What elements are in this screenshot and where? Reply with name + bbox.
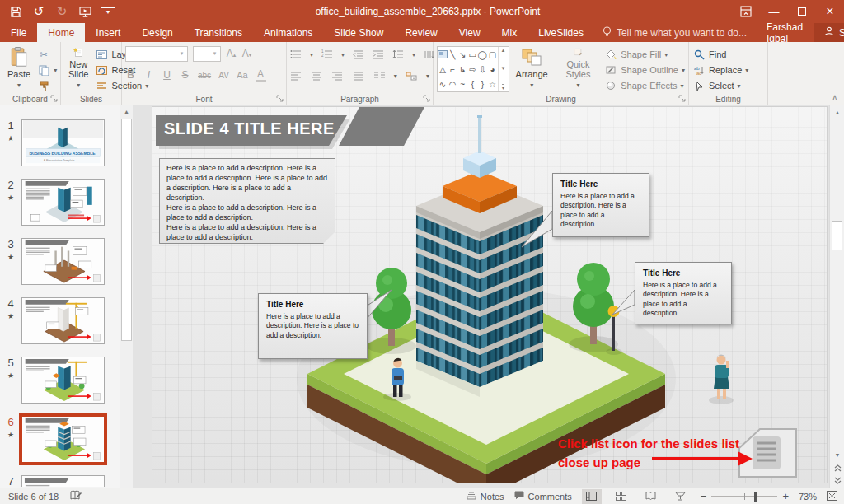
zoom-level[interactable]: 73%	[799, 492, 817, 502]
tab-animations[interactable]: Animations	[253, 23, 323, 42]
start-slideshow-icon[interactable]	[77, 4, 92, 19]
thumbnail-scrollbar[interactable]: ▲	[120, 105, 133, 488]
minimize-icon[interactable]: —	[760, 0, 788, 23]
shape-down-arrow-icon[interactable]: ⇩	[477, 62, 487, 77]
select-button[interactable]: Select▾	[692, 79, 748, 92]
thumbnail-row-6[interactable]: 6★	[0, 416, 120, 463]
slide-7-thumbnail[interactable]	[21, 475, 105, 487]
slide-1-thumbnail[interactable]: BUSINESS BUILDING ASSEMBLE A Presentatio…	[21, 119, 105, 166]
next-slide-icon[interactable]	[831, 474, 844, 487]
scroll-down-icon[interactable]: ▼	[831, 449, 844, 461]
save-icon[interactable]	[8, 4, 23, 19]
slide-5-thumbnail[interactable]	[21, 357, 105, 404]
slide-sorter-view-button[interactable]	[612, 489, 631, 504]
copy-button[interactable]: ▾	[37, 63, 57, 77]
shape-curve-icon[interactable]: ~	[457, 77, 467, 91]
vertical-scrollbar[interactable]: ▲ ▼	[829, 105, 844, 488]
shape-elbow-arrow-icon[interactable]: ↳	[457, 62, 467, 77]
thumbnail-scroll-thumb[interactable]	[121, 119, 132, 341]
quick-styles-button[interactable]: Quick Styles ▾	[555, 44, 603, 91]
tab-liveslides[interactable]: LiveSlides	[528, 23, 594, 42]
new-slide-button[interactable]: New Slide ▾	[64, 44, 92, 91]
slide-title[interactable]: SLIDE 4 TITLE HERE	[164, 119, 378, 138]
shape-star-icon[interactable]: ☆	[487, 77, 497, 91]
clipboard-dialog-launcher-icon[interactable]	[50, 95, 59, 103]
slideshow-view-button[interactable]	[671, 489, 691, 504]
callout-right[interactable]: Title Here Here is a place to add a desc…	[635, 262, 732, 324]
tab-review[interactable]: Review	[394, 23, 448, 42]
thumbnail-row-5[interactable]: 5★	[0, 357, 120, 404]
font-name-combo[interactable]: ▾	[125, 46, 188, 62]
collapse-ribbon-icon[interactable]: ∧	[832, 93, 837, 101]
zoom-out-icon[interactable]: −	[701, 490, 707, 502]
tab-slideshow[interactable]: Slide Show	[323, 23, 394, 42]
tab-transitions[interactable]: Transitions	[184, 23, 253, 42]
user-name[interactable]: Farshad Iqbal	[755, 23, 814, 42]
shape-line-icon[interactable]: ╲	[448, 47, 457, 62]
shape-pie-icon[interactable]: ◕	[487, 62, 497, 77]
shape-arc-icon[interactable]: ◠	[448, 77, 457, 91]
notes-button[interactable]: Notes	[467, 492, 504, 502]
normal-view-button[interactable]	[582, 489, 602, 504]
paragraph-dialog-launcher-icon[interactable]	[423, 95, 431, 103]
shapes-scrollbar[interactable]: ▲ ▼ ▾	[498, 47, 509, 91]
description-textbox[interactable]: Here is a place to add a description. He…	[159, 158, 335, 244]
thumbnail-row-2[interactable]: 2★	[0, 179, 120, 226]
zoom-slider-track[interactable]	[711, 496, 777, 497]
shapes-gallery[interactable]: ╲ ↘ ▭ ◯ ▢ △ ⌐ ↳ ⇨ ⇩ ◕ ∿ ◠ ~ { } ☆	[437, 46, 509, 92]
tab-view[interactable]: View	[448, 23, 491, 42]
slide-3-thumbnail[interactable]	[21, 238, 105, 285]
shape-triangle-icon[interactable]: △	[438, 62, 448, 77]
tab-mix[interactable]: Mix	[491, 23, 528, 42]
ribbon-display-options-icon[interactable]	[732, 0, 760, 23]
reading-view-button[interactable]	[641, 489, 661, 504]
font-dialog-launcher-icon[interactable]	[276, 95, 284, 103]
slides-list-icon[interactable]	[753, 436, 781, 469]
zoom-in-icon[interactable]: +	[782, 490, 789, 502]
shape-right-brace-icon[interactable]: }	[477, 77, 487, 91]
tab-insert[interactable]: Insert	[85, 23, 131, 42]
slide-4-thumbnail[interactable]	[21, 297, 105, 344]
scroll-thumb[interactable]	[832, 221, 842, 250]
tell-me-box[interactable]: Tell me what you want to do...	[594, 23, 755, 42]
zoom-slider-thumb[interactable]	[754, 492, 757, 502]
slide-6-thumbnail-selected[interactable]	[21, 416, 105, 463]
shape-scribble-icon[interactable]: ∿	[438, 77, 448, 91]
thumbnail-row-3[interactable]: 3★	[0, 238, 120, 285]
scroll-up-icon[interactable]: ▲	[831, 106, 844, 119]
customize-qat-icon[interactable]: ▾	[101, 7, 115, 16]
tab-file[interactable]: File	[0, 23, 37, 42]
replace-button[interactable]: abacReplace▾	[692, 63, 748, 77]
callout-left[interactable]: Title Here Here is a place to add a desc…	[258, 293, 368, 359]
close-icon[interactable]: ×	[816, 0, 844, 23]
shapes-scroll-down-icon[interactable]: ▼	[501, 66, 506, 71]
cut-button[interactable]: ✂	[37, 48, 57, 61]
font-size-combo[interactable]: ▾	[193, 46, 221, 62]
tab-design[interactable]: Design	[131, 23, 183, 42]
shape-rounded-rect-icon[interactable]: ▢	[487, 47, 497, 62]
find-button[interactable]: Find	[692, 48, 748, 61]
spellcheck-icon[interactable]	[70, 490, 82, 502]
thumbnail-row-7[interactable]: 7	[0, 475, 120, 488]
drawing-dialog-launcher-icon[interactable]	[678, 95, 687, 103]
share-button[interactable]: Share	[814, 23, 844, 42]
thumbnail-row-4[interactable]: 4★	[0, 297, 120, 344]
shape-textbox-icon[interactable]	[438, 47, 448, 62]
shapes-more-icon[interactable]: ▾	[502, 84, 504, 91]
shape-arrow-icon[interactable]: ↘	[457, 47, 467, 62]
maximize-icon[interactable]	[788, 0, 816, 23]
shape-elbow-icon[interactable]: ⌐	[448, 62, 457, 77]
comments-button[interactable]: Comments	[514, 491, 572, 502]
previous-slide-icon[interactable]	[831, 462, 844, 474]
slide-2-thumbnail[interactable]	[21, 179, 105, 226]
shapes-scroll-up-icon[interactable]: ▲	[501, 48, 506, 53]
shape-rectangle-icon[interactable]: ▭	[467, 47, 477, 62]
shape-oval-icon[interactable]: ◯	[477, 47, 487, 62]
callout-top-right[interactable]: Title Here Here is a place to add a desc…	[552, 173, 649, 237]
slide-indicator[interactable]: Slide 6 of 18	[8, 492, 59, 502]
slide-editor[interactable]: SLIDE 4 TITLE HERE Here is a place to ad…	[152, 107, 827, 483]
thumbnail-scroll-up-icon[interactable]: ▲	[120, 105, 133, 118]
arrange-button[interactable]: Arrange ▾	[512, 44, 552, 91]
undo-icon[interactable]: ↺	[31, 4, 46, 19]
format-painter-button[interactable]	[37, 79, 57, 92]
